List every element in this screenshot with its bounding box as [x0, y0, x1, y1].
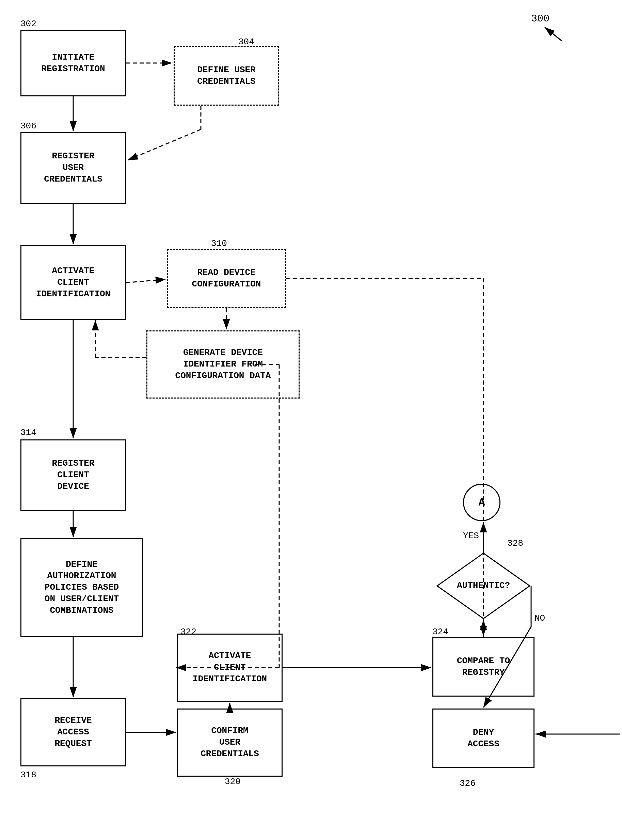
box-312: GENERATE DEVICEIDENTIFIER FROMCONFIGURAT…	[146, 330, 300, 399]
box-302: INITIATEREGISTRATION	[20, 30, 126, 96]
circle-a: A	[463, 484, 500, 521]
label-304: 304	[238, 37, 254, 47]
box-318-text: RECEIVEACCESSREQUEST	[55, 715, 91, 749]
box-308-text: ACTIVATECLIENTIDENTIFICATION	[36, 265, 110, 300]
no-label: NO	[535, 613, 545, 623]
label-314: 314	[20, 428, 37, 438]
flowchart-container: 300 302 INITIATEREGISTRATION 304 DEFINE …	[0, 0, 622, 840]
label-306: 306	[20, 121, 37, 131]
box-316: DEFINEAUTHORIZATIONPOLICIES BASEDON USER…	[20, 538, 143, 637]
box-308: ACTIVATECLIENTIDENTIFICATION	[20, 245, 126, 320]
label-318: 318	[20, 770, 37, 780]
svg-line-28	[545, 27, 562, 41]
box-326: DENYACCESS	[432, 709, 535, 768]
box-326-text: DENYACCESS	[467, 727, 499, 750]
box-324-text: COMPARE TOREGISTRY	[457, 655, 510, 678]
box-322: ACTIVATECLIENTIDENTIFICATION	[177, 634, 282, 702]
diamond-328-text: AUTHENTIC?	[457, 580, 510, 592]
box-306: REGISTERUSERCREDENTIALS	[20, 132, 126, 204]
box-322-text: ACTIVATECLIENTIDENTIFICATION	[193, 650, 267, 685]
label-324: 324	[432, 627, 448, 637]
svg-line-6	[128, 130, 201, 160]
box-320-text: CONFIRMUSERCREDENTIALS	[201, 725, 259, 760]
box-304-text: DEFINE USERCREDENTIALS	[197, 64, 256, 87]
box-310-text: READ DEVICECONFIGURATION	[192, 267, 261, 290]
label-310: 310	[211, 238, 227, 249]
box-324: COMPARE TOREGISTRY	[432, 637, 535, 696]
diamond-328: AUTHENTIC?	[436, 552, 531, 620]
box-312-text: GENERATE DEVICEIDENTIFIER FROMCONFIGURAT…	[175, 347, 271, 382]
box-310: READ DEVICECONFIGURATION	[167, 249, 286, 308]
box-316-text: DEFINEAUTHORIZATIONPOLICIES BASEDON USER…	[44, 559, 119, 617]
yes-label: YES	[463, 531, 479, 541]
box-320: CONFIRMUSERCREDENTIALS	[177, 709, 282, 777]
label-326: 326	[460, 778, 476, 788]
box-304: DEFINE USERCREDENTIALS	[174, 46, 279, 105]
box-302-text: INITIATEREGISTRATION	[41, 52, 105, 75]
label-302: 302	[20, 19, 37, 29]
svg-line-8	[126, 279, 166, 283]
circle-a-label: A	[478, 496, 485, 509]
ref-300: 300	[531, 13, 549, 24]
label-328: 328	[507, 538, 523, 548]
label-320: 320	[225, 777, 241, 787]
box-306-text: REGISTERUSERCREDENTIALS	[44, 151, 102, 185]
box-314-text: REGISTERCLIENTDEVICE	[52, 458, 95, 492]
box-318: RECEIVEACCESSREQUEST	[20, 698, 126, 767]
box-314: REGISTERCLIENTDEVICE	[20, 440, 126, 511]
